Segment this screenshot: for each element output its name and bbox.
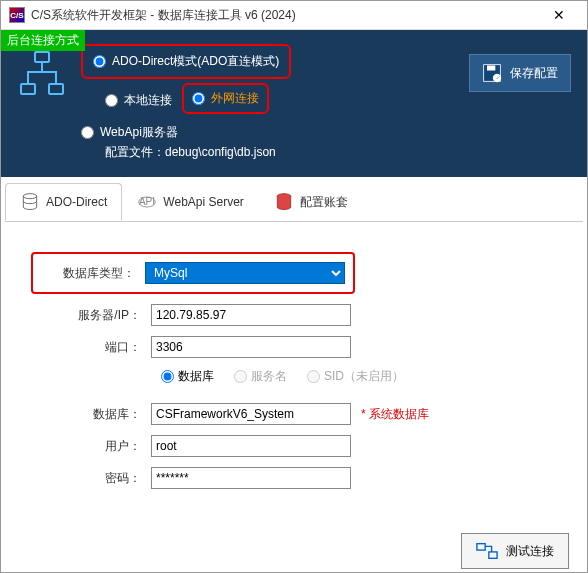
config-file-label: 配置文件： <box>105 145 165 159</box>
external-conn-highlight: 外网连接 <box>182 83 269 114</box>
radio-ado-label: ADO-Direct模式(ADO直连模式) <box>112 53 279 70</box>
tab-bar: ADO-Direct API WebApi Server 配置账套 <box>5 183 583 222</box>
svg-rect-11 <box>489 552 497 558</box>
server-label: 服务器/IP： <box>31 307 151 324</box>
radio-webapi[interactable]: WebApi服务器 <box>81 124 455 141</box>
port-input[interactable] <box>151 336 351 358</box>
svg-rect-0 <box>35 52 49 62</box>
opt-sid-label: SID（未启用） <box>324 368 404 385</box>
svg-rect-2 <box>49 84 63 94</box>
port-label: 端口： <box>31 339 151 356</box>
svg-text:API: API <box>139 196 155 207</box>
svg-point-6 <box>23 194 36 199</box>
radio-webapi-label: WebApi服务器 <box>100 124 178 141</box>
app-icon: C/S <box>9 7 25 23</box>
database-icon <box>20 192 40 212</box>
user-input[interactable] <box>151 435 351 457</box>
radio-external-conn[interactable]: 外网连接 <box>192 90 259 107</box>
save-config-button[interactable]: 保存配置 <box>469 54 571 92</box>
ado-mode-highlight: ADO-Direct模式(ADO直连模式) <box>81 44 291 79</box>
server-input[interactable] <box>151 304 351 326</box>
config-file-line: 配置文件：debug\config\db.json <box>105 144 455 161</box>
db-type-highlight: 数据库类型： MySql <box>31 252 355 294</box>
svg-rect-1 <box>21 84 35 94</box>
panel-badge: 后台连接方式 <box>1 30 85 51</box>
password-input[interactable] <box>151 467 351 489</box>
svg-point-5 <box>493 74 501 82</box>
titlebar: C/S C/S系统软件开发框架 - 数据库连接工具 v6 (2024) ✕ <box>1 1 587 30</box>
tab-account-config[interactable]: 配置账套 <box>259 183 363 221</box>
save-config-label: 保存配置 <box>510 65 558 82</box>
radio-opt-database[interactable]: 数据库 <box>161 368 214 385</box>
window-title: C/S系统软件开发框架 - 数据库连接工具 v6 (2024) <box>31 7 539 24</box>
link-icon <box>476 542 498 560</box>
test-connection-label: 测试连接 <box>506 543 554 560</box>
tab-ado-label: ADO-Direct <box>46 195 107 209</box>
footer: 测试连接 <box>1 519 587 573</box>
form-panel: 数据库类型： MySql 服务器/IP： 端口： 数据库 服务名 SID（未启用… <box>1 222 587 519</box>
svg-rect-4 <box>487 66 495 71</box>
radio-ado-direct[interactable]: ADO-Direct模式(ADO直连模式) <box>93 53 279 70</box>
radio-opt-sid: SID（未启用） <box>307 368 404 385</box>
database-input[interactable] <box>151 403 351 425</box>
opt-db-label: 数据库 <box>178 368 214 385</box>
svg-rect-10 <box>477 544 485 550</box>
test-connection-button[interactable]: 测试连接 <box>461 533 569 569</box>
tab-account-label: 配置账套 <box>300 194 348 211</box>
config-file-path: debug\config\db.json <box>165 145 276 159</box>
tab-webapi-label: WebApi Server <box>163 195 243 209</box>
network-icon <box>17 50 67 100</box>
database-label: 数据库： <box>31 406 151 423</box>
save-icon <box>482 63 502 83</box>
database-note: * 系统数据库 <box>361 406 429 423</box>
api-icon: API <box>137 192 157 212</box>
db-type-label: 数据库类型： <box>41 265 145 282</box>
radio-opt-service: 服务名 <box>234 368 287 385</box>
close-button[interactable]: ✕ <box>539 1 579 29</box>
password-label: 密码： <box>31 470 151 487</box>
radio-local-conn[interactable]: 本地连接 <box>105 86 172 115</box>
database-red-icon <box>274 192 294 212</box>
tab-ado-direct[interactable]: ADO-Direct <box>5 183 122 221</box>
radio-local-label: 本地连接 <box>124 92 172 109</box>
user-label: 用户： <box>31 438 151 455</box>
connection-mode-panel: 后台连接方式 ADO-Direct模式(ADO直连模式) 本地连接 <box>1 30 587 177</box>
db-type-select[interactable]: MySql <box>145 262 345 284</box>
radio-external-label: 外网连接 <box>211 90 259 107</box>
opt-service-label: 服务名 <box>251 368 287 385</box>
tab-webapi-server[interactable]: API WebApi Server <box>122 183 258 221</box>
